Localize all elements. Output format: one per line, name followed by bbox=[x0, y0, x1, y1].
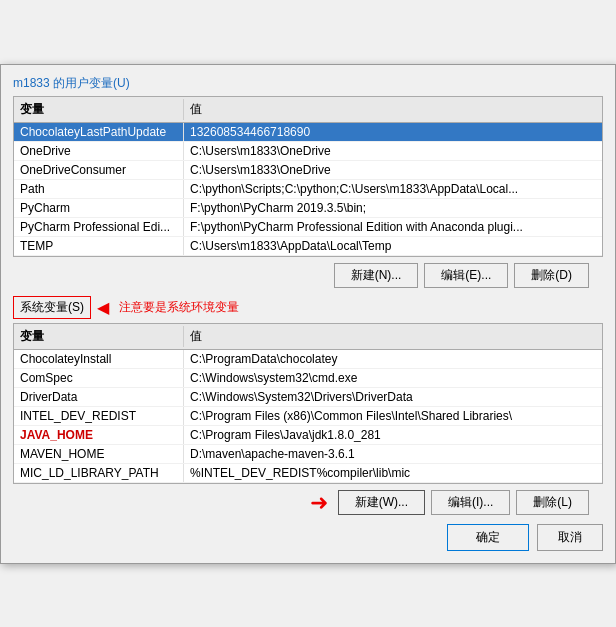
table-row[interactable]: MAVEN_HOME D:\maven\apache-maven-3.6.1 bbox=[14, 445, 602, 464]
row-variable-name: ChocolateyInstall bbox=[14, 350, 184, 368]
footer-buttons-row: 确定 取消 bbox=[13, 524, 603, 551]
table-row[interactable]: ChocolateyLastPathUpdate 132608534466718… bbox=[14, 123, 602, 142]
table-row[interactable]: JAVA_HOME C:\Program Files\Java\jdk1.8.0… bbox=[14, 426, 602, 445]
sys-col-name-header: 变量 bbox=[14, 326, 184, 347]
row-variable-name: MIC_LD_LIBRARY_PATH bbox=[14, 464, 184, 482]
row-variable-name: JAVA_HOME bbox=[14, 426, 184, 444]
system-buttons-row: ➜ 新建(W)... 编辑(I)... 删除(L) bbox=[13, 490, 603, 516]
row-variable-value: C:\ProgramData\chocolatey bbox=[184, 350, 602, 368]
row-variable-name: OneDrive bbox=[14, 142, 184, 160]
row-variable-name: PyCharm Professional Edi... bbox=[14, 218, 184, 236]
user-buttons-row: 新建(N)... 编辑(E)... 删除(D) bbox=[13, 263, 603, 288]
row-variable-value: C:\Program Files\Java\jdk1.8.0_281 bbox=[184, 426, 602, 444]
row-variable-name: Path bbox=[14, 180, 184, 198]
row-variable-name: DriverData bbox=[14, 388, 184, 406]
system-notice-text: 注意要是系统环境变量 bbox=[119, 299, 239, 316]
row-variable-value: C:\Windows\System32\Drivers\DriverData bbox=[184, 388, 602, 406]
left-arrow-icon: ◀ bbox=[97, 298, 109, 317]
row-variable-value: C:\python\Scripts;C:\python;C:\Users\m18… bbox=[184, 180, 602, 198]
system-section-label: 系统变量(S) bbox=[13, 296, 91, 319]
row-variable-value: F:\python\PyCharm Professional Edition w… bbox=[184, 218, 602, 236]
system-new-button[interactable]: 新建(W)... bbox=[338, 490, 425, 515]
user-section-title: m1833 的用户变量(U) bbox=[13, 75, 603, 92]
table-row[interactable]: PyCharm F:\python\PyCharm 2019.3.5\bin; bbox=[14, 199, 602, 218]
system-table-body: ChocolateyInstall C:\ProgramData\chocola… bbox=[14, 350, 602, 483]
environment-variables-dialog: m1833 的用户变量(U) 变量 值 ChocolateyLastPathUp… bbox=[0, 64, 616, 564]
table-row[interactable]: INTEL_DEV_REDIST C:\Program Files (x86)\… bbox=[14, 407, 602, 426]
row-variable-name: ComSpec bbox=[14, 369, 184, 387]
user-edit-button[interactable]: 编辑(E)... bbox=[424, 263, 508, 288]
system-table-header: 变量 值 bbox=[14, 324, 602, 350]
table-row[interactable]: Path C:\python\Scripts;C:\python;C:\User… bbox=[14, 180, 602, 199]
user-table-body: ChocolateyLastPathUpdate 132608534466718… bbox=[14, 123, 602, 256]
user-new-button[interactable]: 新建(N)... bbox=[334, 263, 419, 288]
row-variable-value: C:\Windows\system32\cmd.exe bbox=[184, 369, 602, 387]
table-row[interactable]: PyCharm Professional Edi... F:\python\Py… bbox=[14, 218, 602, 237]
cancel-button[interactable]: 取消 bbox=[537, 524, 603, 551]
user-col-value-header: 值 bbox=[184, 99, 602, 120]
table-row[interactable]: ComSpec C:\Windows\system32\cmd.exe bbox=[14, 369, 602, 388]
system-delete-button[interactable]: 删除(L) bbox=[516, 490, 589, 515]
row-variable-name: ChocolateyLastPathUpdate bbox=[14, 123, 184, 141]
row-variable-value: C:\Users\m1833\OneDrive bbox=[184, 142, 602, 160]
user-table-header: 变量 值 bbox=[14, 97, 602, 123]
table-row[interactable]: OneDriveConsumer C:\Users\m1833\OneDrive bbox=[14, 161, 602, 180]
system-variables-table: 变量 值 ChocolateyInstall C:\ProgramData\ch… bbox=[13, 323, 603, 484]
system-section-header: 系统变量(S) ◀ 注意要是系统环境变量 bbox=[13, 296, 603, 319]
row-variable-value: C:\Program Files (x86)\Common Files\Inte… bbox=[184, 407, 602, 425]
table-row[interactable]: ChocolateyInstall C:\ProgramData\chocola… bbox=[14, 350, 602, 369]
table-row[interactable]: MIC_LD_LIBRARY_PATH %INTEL_DEV_REDIST%co… bbox=[14, 464, 602, 483]
table-row[interactable]: OneDrive C:\Users\m1833\OneDrive bbox=[14, 142, 602, 161]
user-delete-button[interactable]: 删除(D) bbox=[514, 263, 589, 288]
row-variable-value: C:\Users\m1833\OneDrive bbox=[184, 161, 602, 179]
row-variable-name: PyCharm bbox=[14, 199, 184, 217]
right-arrow-icon: ➜ bbox=[310, 490, 328, 516]
user-variables-table: 变量 值 ChocolateyLastPathUpdate 1326085344… bbox=[13, 96, 603, 257]
row-variable-name: INTEL_DEV_REDIST bbox=[14, 407, 184, 425]
table-row[interactable]: TEMP C:\Users\m1833\AppData\Local\Temp bbox=[14, 237, 602, 256]
row-variable-name: TEMP bbox=[14, 237, 184, 255]
ok-button[interactable]: 确定 bbox=[447, 524, 529, 551]
row-variable-name: MAVEN_HOME bbox=[14, 445, 184, 463]
row-variable-value: D:\maven\apache-maven-3.6.1 bbox=[184, 445, 602, 463]
row-variable-value: F:\python\PyCharm 2019.3.5\bin; bbox=[184, 199, 602, 217]
system-edit-button[interactable]: 编辑(I)... bbox=[431, 490, 510, 515]
row-variable-value: 132608534466718690 bbox=[184, 123, 602, 141]
row-variable-value: C:\Users\m1833\AppData\Local\Temp bbox=[184, 237, 602, 255]
row-variable-value: %INTEL_DEV_REDIST%compiler\lib\mic bbox=[184, 464, 602, 482]
row-variable-name: OneDriveConsumer bbox=[14, 161, 184, 179]
sys-col-value-header: 值 bbox=[184, 326, 602, 347]
table-row[interactable]: DriverData C:\Windows\System32\Drivers\D… bbox=[14, 388, 602, 407]
user-col-name-header: 变量 bbox=[14, 99, 184, 120]
